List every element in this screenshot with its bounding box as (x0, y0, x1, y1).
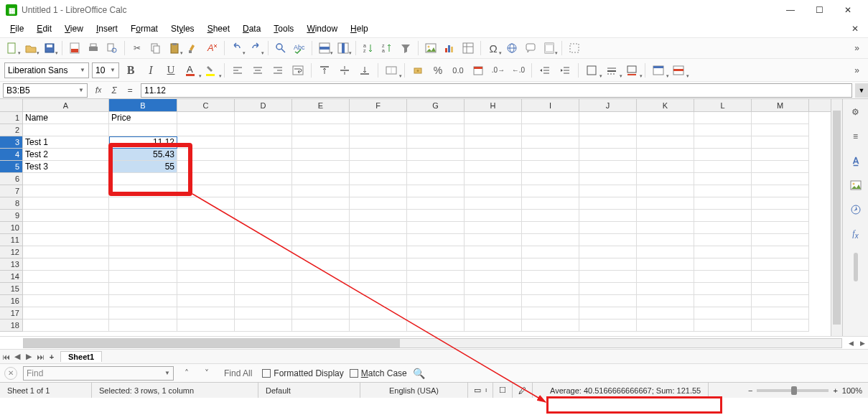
annotation-arrow (0, 0, 868, 415)
svg-line-85 (192, 194, 546, 402)
